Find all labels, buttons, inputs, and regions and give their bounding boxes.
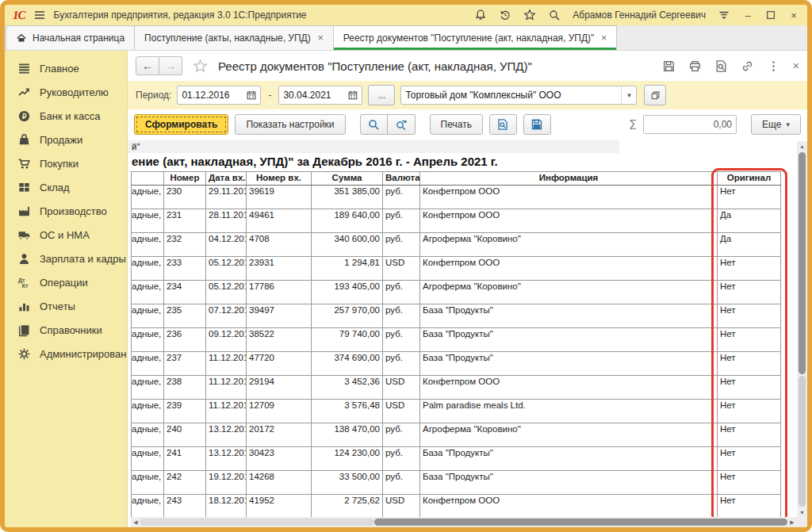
report-cell[interactable]: 239 [164, 400, 206, 423]
report-cell[interactable]: 05.12.2016 [206, 257, 247, 281]
tab-home[interactable]: Начальная страница [6, 25, 135, 50]
vertical-scroll-thumb[interactable] [799, 152, 806, 374]
report-cell[interactable]: Нет [718, 281, 781, 304]
report-cell[interactable]: Нет [718, 447, 781, 471]
sidebar-item-bank-i-kassa[interactable]: ₽Банк и касса [5, 104, 127, 128]
preview-button[interactable] [489, 114, 517, 135]
sidebar-item-otchety[interactable]: Отчеты [5, 294, 127, 318]
report-cell[interactable]: 13.12.2016 [206, 447, 247, 471]
report-cell[interactable]: 20172 [247, 423, 312, 447]
search-icon[interactable] [548, 9, 561, 21]
report-cell[interactable]: 09.12.2016 [206, 328, 247, 352]
close-window-button[interactable]: × [788, 10, 799, 21]
service-settings-icon[interactable] [718, 9, 730, 21]
horizontal-scroll-track[interactable] [140, 519, 374, 526]
report-cell[interactable]: руб. [383, 281, 420, 304]
report-cell[interactable]: Нет [718, 471, 781, 495]
print-icon[interactable] [688, 59, 702, 73]
sidebar-item-zarplata-i-kadry[interactable]: Зарплата и кадры [5, 247, 127, 270]
organization-field[interactable]: ▾ [400, 86, 637, 105]
tab-reestr[interactable]: Реестр документов "Поступление (акт, нак… [333, 25, 618, 50]
autosum-field[interactable] [643, 115, 737, 134]
sidebar-item-prodazhi[interactable]: Продажи [5, 128, 127, 151]
report-cell[interactable]: 4708 [247, 233, 312, 257]
scroll-right-icon[interactable]: ▶ [787, 519, 797, 526]
save-icon[interactable] [662, 59, 676, 73]
report-cell[interactable]: 19.12.2016 [206, 471, 247, 495]
report-cell[interactable]: 235 [164, 304, 206, 328]
report-cell[interactable]: USD [383, 400, 420, 423]
report-column-header[interactable]: Информация [420, 172, 718, 186]
calendar-icon[interactable] [243, 86, 260, 104]
tab-close-icon[interactable]: × [318, 33, 324, 44]
history-icon[interactable] [499, 9, 511, 21]
find-button[interactable] [360, 114, 388, 135]
report-cell[interactable]: руб. [383, 352, 420, 376]
report-cell[interactable]: адные, [132, 186, 164, 209]
report-cell[interactable]: адные, [132, 495, 164, 519]
minimize-button[interactable]: – [742, 10, 753, 21]
horizontal-scroll-thumb[interactable] [374, 519, 787, 526]
report-cell[interactable]: База "Продукты" [420, 304, 718, 328]
report-column-header[interactable]: Номер [164, 172, 206, 186]
report-cell[interactable]: Нет [718, 328, 781, 352]
report-cell[interactable]: 04.12.2016 [206, 233, 247, 257]
report-cell[interactable]: Конфетпром ООО [420, 376, 718, 400]
open-organization-button[interactable] [644, 85, 666, 105]
report-cell[interactable]: 241 [164, 447, 206, 471]
report-cell[interactable]: 257 970,00 [312, 304, 383, 328]
report-cell[interactable]: адные, [132, 400, 164, 423]
report-cell[interactable]: База "Продукты" [420, 328, 718, 352]
report-cell[interactable]: Нет [718, 257, 781, 281]
maximize-button[interactable] [765, 10, 776, 21]
report-cell[interactable]: Агроферма "Коровино" [420, 233, 718, 257]
report-column-header[interactable]: Оригинал [718, 172, 781, 186]
sidebar-item-rukovoditelyu[interactable]: Руководителю [5, 80, 127, 104]
sidebar-item-os-i-nma[interactable]: ОС и НМА [5, 223, 127, 247]
sidebar-item-spravochniki[interactable]: Справочники [5, 318, 127, 342]
report-column-header[interactable]: Дата вх. [206, 172, 247, 186]
report-cell[interactable]: 79 740,00 [312, 328, 383, 352]
close-form-icon[interactable]: × [793, 59, 799, 72]
report-cell[interactable]: Агроферма "Коровино" [420, 423, 718, 447]
report-cell[interactable]: 49461 [247, 209, 312, 233]
report-cell[interactable]: 12709 [247, 400, 312, 423]
report-cell[interactable]: 242 [164, 471, 206, 495]
autosum-input[interactable] [644, 119, 736, 130]
report-cell[interactable]: 340 600,00 [312, 233, 383, 257]
report-cell[interactable]: 231 [164, 209, 206, 233]
report-cell[interactable]: 234 [164, 281, 206, 304]
report-column-header[interactable]: Валюта [383, 172, 420, 186]
back-button[interactable]: ← [136, 56, 159, 75]
report-column-header[interactable] [132, 172, 164, 186]
report-cell[interactable]: 29.11.2016 [206, 186, 247, 209]
report-title-line[interactable]: ение (акт, накладная, УПД)" за Декабрь 2… [128, 154, 807, 171]
report-cell[interactable]: 28.11.2016 [206, 209, 247, 233]
report-cell[interactable]: Конфетпром ООО [420, 495, 718, 519]
generate-button[interactable]: Сформировать [134, 114, 228, 135]
print-button[interactable]: Печать [430, 114, 483, 135]
report-cell[interactable]: 374 690,00 [312, 352, 383, 376]
report-cell[interactable]: 30423 [247, 447, 312, 471]
report-cell[interactable]: руб. [383, 447, 420, 471]
get-link-icon[interactable] [741, 59, 754, 73]
report-cell[interactable]: USD [383, 376, 420, 400]
report-column-header[interactable]: Сумма [312, 172, 383, 186]
report-column-header[interactable]: Номер вх. [247, 172, 312, 186]
report-cell[interactable]: руб. [383, 186, 420, 209]
report-cell[interactable]: 11.12.2016 [206, 376, 247, 400]
report-cell[interactable]: адные, [132, 233, 164, 257]
report-cell[interactable]: 41952 [247, 495, 312, 519]
report-cell[interactable]: 39497 [247, 304, 312, 328]
report-cell[interactable]: 232 [164, 233, 206, 257]
report-cell[interactable]: Нет [718, 352, 781, 376]
report-cell[interactable]: Агроферма "Коровино" [420, 281, 718, 304]
report-cell[interactable]: 47720 [247, 352, 312, 376]
report-cell[interactable]: адные, [132, 447, 164, 471]
report-cell[interactable]: 05.12.2016 [206, 281, 247, 304]
report-cell[interactable]: 3 576,48 [312, 400, 383, 423]
report-clipped-line[interactable]: й" [128, 140, 807, 154]
report-cell[interactable]: 13.12.2016 [206, 423, 247, 447]
show-settings-button[interactable]: Показать настройки [235, 114, 345, 135]
period-to-field[interactable] [278, 86, 362, 105]
